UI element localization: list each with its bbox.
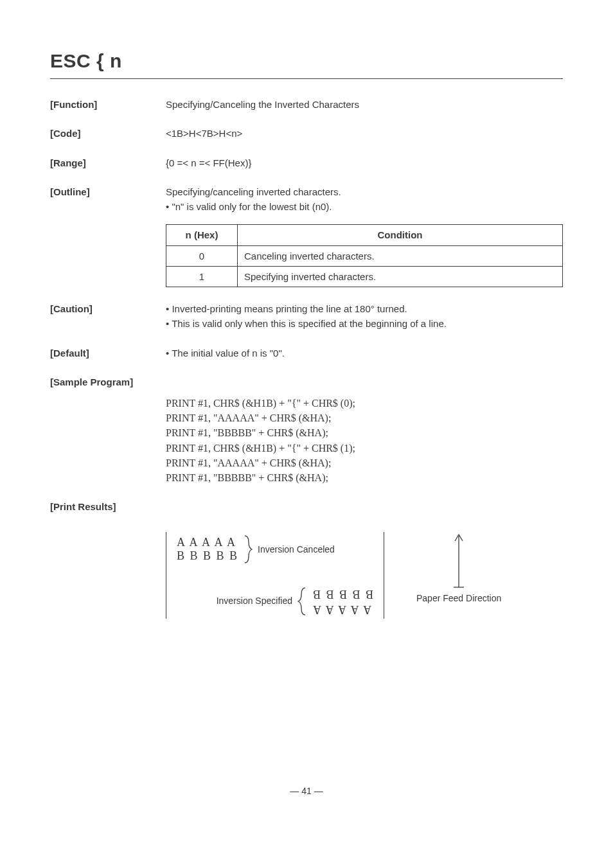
text-outline-1: Specifying/canceling inverted characters… <box>166 184 563 199</box>
cell-n: 1 <box>166 266 238 287</box>
paper-feed-indicator: Paper Feed Direction <box>416 532 501 604</box>
output-bbbbb-inverted: B B B B B <box>312 587 373 601</box>
row-results: A A A A A B B B B B Inversion Canceled I… <box>50 528 563 619</box>
page-number: — 41 — <box>50 786 563 796</box>
cell-cond: Canceling inverted characters. <box>238 245 563 266</box>
row-results-label: [Print Results] <box>50 499 563 514</box>
label-range: [Range] <box>50 155 166 170</box>
row-default: [Default] • The initial value of n is "0… <box>50 346 563 360</box>
label-inversion-specified: Inversion Specified <box>217 594 292 608</box>
cell-n: 0 <box>166 245 238 266</box>
table-row: 0 Canceling inverted characters. <box>166 245 563 266</box>
label-outline: [Outline] <box>50 184 166 287</box>
label-function: [Function] <box>50 97 166 112</box>
cell-cond: Specifying inverted characters. <box>238 266 563 287</box>
group-canceled: A A A A A B B B B B Inversion Canceled <box>177 535 373 564</box>
th-nhex: n (Hex) <box>166 225 238 245</box>
row-range: [Range] {0 =< n =< FF(Hex)} <box>50 155 563 170</box>
label-inversion-canceled: Inversion Canceled <box>258 543 335 557</box>
th-condition: Condition <box>238 225 563 245</box>
row-outline: [Outline] Specifying/canceling inverted … <box>50 184 563 287</box>
text-code: <1B>H<7B>H<n> <box>166 126 563 141</box>
label-default: [Default] <box>50 346 166 360</box>
print-output-column: A A A A A B B B B B Inversion Canceled I… <box>166 532 384 619</box>
title-rule <box>50 78 563 79</box>
text-range: {0 =< n =< FF(Hex)} <box>166 155 563 170</box>
row-function: [Function] Specifying/Canceling the Inve… <box>50 97 563 112</box>
output-aaaaa: A A A A A <box>177 536 238 550</box>
table-row: 1 Specifying inverted characters. <box>166 266 563 287</box>
page-title: ESC { n <box>50 50 563 72</box>
row-code: [Code] <1B>H<7B>H<n> <box>50 126 563 141</box>
label-code: [Code] <box>50 126 166 141</box>
brace-right-icon <box>244 535 253 564</box>
output-aaaaa-inverted: A A A A A <box>312 602 371 616</box>
text-caution-2: • This is valid only when this is specif… <box>166 316 563 331</box>
text-function: Specifying/Canceling the Inverted Charac… <box>166 97 563 112</box>
brace-left-icon <box>298 587 306 616</box>
row-sample-code: PRINT #1, CHR$ (&H1B) + "{" + CHR$ (0); … <box>50 396 563 485</box>
condition-table: n (Hex) Condition 0 Canceling inverted c… <box>166 224 563 287</box>
text-default: • The initial value of n is "0". <box>166 346 563 360</box>
label-caution: [Caution] <box>50 301 166 332</box>
arrow-up-icon <box>452 533 465 589</box>
paper-feed-label: Paper Feed Direction <box>416 592 501 604</box>
text-outline-2: • "n" is valid only for the lowest bit (… <box>166 199 563 214</box>
row-caution: [Caution] • Inverted-printing means prin… <box>50 301 563 332</box>
output-bbbbb: B B B B B <box>177 549 238 563</box>
label-sample: [Sample Program] <box>50 375 166 389</box>
sample-code: PRINT #1, CHR$ (&H1B) + "{" + CHR$ (0); … <box>166 396 563 485</box>
row-sample: [Sample Program] <box>50 375 563 389</box>
text-caution-1: • Inverted-printing means printing the l… <box>166 301 563 316</box>
label-results: [Print Results] <box>50 499 166 514</box>
group-specified: Inversion Specified B B B B B A A A A A <box>177 586 373 616</box>
